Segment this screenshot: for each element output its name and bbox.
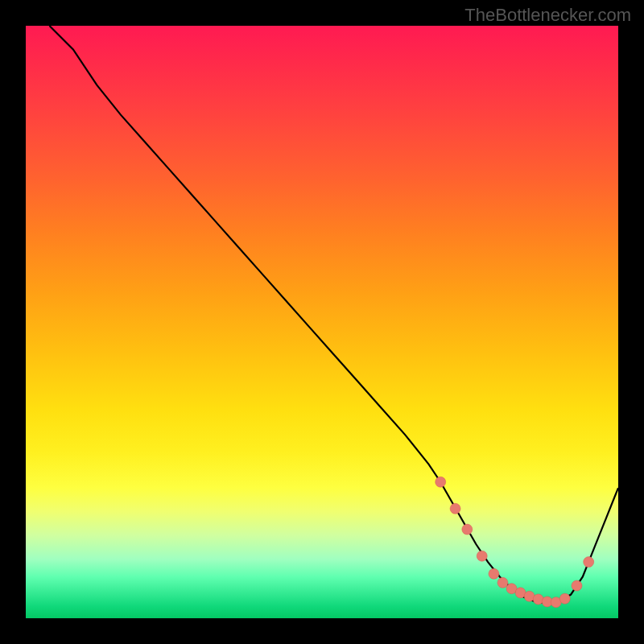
data-marker bbox=[436, 477, 446, 487]
data-marker bbox=[477, 551, 487, 561]
data-marker bbox=[497, 577, 508, 588]
data-marker bbox=[572, 580, 582, 591]
curve-line bbox=[49, 26, 618, 604]
data-marker bbox=[559, 593, 570, 604]
data-marker bbox=[450, 503, 460, 514]
data-marker bbox=[462, 524, 473, 535]
attribution-text: TheBottlenecker.com bbox=[464, 5, 631, 26]
chart-plot-area bbox=[26, 26, 618, 618]
data-marker bbox=[489, 568, 499, 579]
chart-svg bbox=[26, 26, 618, 618]
markers-group bbox=[436, 477, 594, 607]
data-marker bbox=[584, 557, 594, 568]
